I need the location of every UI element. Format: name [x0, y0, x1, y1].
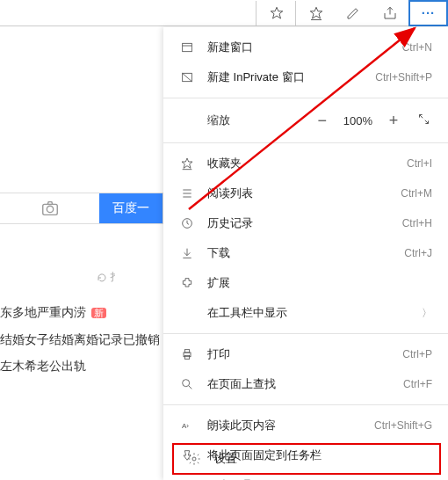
svg-rect-5: [183, 43, 192, 51]
menu-new-inprivate[interactable]: 新建 InPrivate 窗口 Ctrl+Shift+P: [163, 62, 448, 92]
shortcut: Ctrl+J: [404, 247, 432, 259]
menu-history[interactable]: 历史记录 Ctrl+H: [163, 208, 448, 238]
zoom-in-button[interactable]: +: [385, 112, 402, 130]
svg-marker-1: [310, 7, 322, 18]
shortcut: Ctrl+P: [402, 348, 432, 360]
menu-find[interactable]: 在页面上查找 Ctrl+F: [163, 369, 448, 399]
zoom-out-button[interactable]: −: [314, 112, 331, 130]
extensions-icon: [177, 276, 197, 290]
svg-point-22: [183, 380, 190, 387]
toolbar-divider: [295, 1, 296, 25]
menu-new-window[interactable]: 新建窗口 Ctrl+N: [163, 33, 448, 62]
shortcut: Ctrl+I: [407, 157, 432, 170]
svg-rect-21: [184, 355, 189, 359]
shortcut: Ctrl+F: [403, 378, 432, 390]
star-icon: [177, 156, 197, 171]
menu-divider: [163, 142, 448, 143]
menu-divider: [163, 333, 448, 334]
overflow-menu: 新建窗口 Ctrl+N 新建 InPrivate 窗口 Ctrl+Shift+P…: [163, 27, 448, 480]
list-item[interactable]: 结婚女子结婚离婚记录已撤销: [0, 326, 160, 353]
shortcut: Ctrl+N: [402, 41, 432, 54]
download-icon: [177, 246, 197, 260]
shortcut: Ctrl+Shift+G: [374, 419, 432, 432]
menu-label: 收藏夹: [207, 156, 407, 171]
list-item[interactable]: 东多地严重内涝 新: [0, 299, 160, 326]
search-bar: 百度一: [0, 193, 163, 224]
shortcut: Ctrl+M: [401, 187, 432, 200]
news-list: 东多地严重内涝 新 结婚女子结婚离婚记录已撤销 左木希老公出轨: [0, 299, 160, 379]
menu-reading-list[interactable]: 阅读列表 Ctrl+M: [163, 178, 448, 208]
menu-downloads[interactable]: 下载 Ctrl+J: [163, 238, 448, 268]
menu-label: 下载: [207, 245, 404, 261]
menu-label: 历史记录: [207, 215, 402, 231]
favorite-star-icon[interactable]: [258, 1, 295, 25]
svg-line-9: [419, 114, 423, 118]
menu-print[interactable]: 打印 Ctrl+P: [163, 339, 448, 369]
reading-list-icon: [177, 186, 197, 200]
menu-label: 朗读此页内容: [207, 418, 374, 433]
chevron-right-icon: 〉: [422, 306, 432, 321]
menu-label: 新建 InPrivate 窗口: [207, 69, 375, 85]
print-icon: [177, 347, 197, 361]
menu-extensions[interactable]: 扩展: [163, 268, 448, 298]
menu-zoom: 缩放 − 100% +: [163, 104, 448, 137]
favorites-hub-icon[interactable]: [298, 1, 335, 25]
search-button[interactable]: 百度一: [99, 193, 163, 223]
svg-rect-20: [184, 350, 189, 353]
svg-marker-11: [182, 158, 192, 168]
inprivate-icon: [177, 70, 197, 84]
pen-icon[interactable]: [335, 1, 372, 25]
svg-line-8: [183, 73, 192, 81]
svg-text:A›: A›: [182, 422, 189, 430]
svg-point-25: [192, 457, 196, 461]
menu-divider: [163, 404, 448, 405]
zoom-value: 100%: [343, 114, 372, 127]
menu-favorites[interactable]: 收藏夹 Ctrl+I: [163, 149, 448, 178]
history-icon: [177, 216, 197, 230]
ellipsis-icon: ···: [422, 5, 436, 20]
menu-show-in-toolbar[interactable]: 在工具栏中显示 〉: [163, 298, 448, 328]
svg-line-23: [189, 386, 191, 389]
shortcut: Ctrl+Shift+P: [375, 71, 432, 84]
toolbar-divider: [256, 1, 257, 25]
read-aloud-icon: A›: [177, 418, 197, 433]
menu-label: 打印: [207, 346, 402, 362]
menu-read-aloud[interactable]: A› 朗读此页内容 Ctrl+Shift+G: [163, 411, 448, 440]
window-icon: [177, 40, 197, 55]
menu-label: 在页面上查找: [207, 376, 403, 392]
page-background: [0, 27, 163, 480]
shortcut: Ctrl+H: [402, 217, 432, 229]
menu-label: 设置: [214, 451, 439, 467]
refresh-text: 扌: [110, 270, 120, 285]
svg-line-10: [424, 120, 428, 123]
camera-icon[interactable]: [0, 193, 99, 223]
menu-settings[interactable]: 设置: [172, 443, 441, 475]
refresh-indicator[interactable]: 扌: [97, 270, 120, 285]
more-menu-button[interactable]: ···: [408, 0, 448, 26]
menu-divider: [163, 98, 448, 98]
menu-label: 新建窗口: [207, 40, 402, 55]
menu-label: 扩展: [207, 275, 432, 291]
gear-icon: [184, 452, 204, 466]
new-badge: 新: [91, 308, 106, 318]
svg-marker-0: [271, 7, 283, 18]
search-icon: [177, 377, 197, 391]
menu-label: 在工具栏中显示: [207, 305, 416, 321]
browser-toolbar: ···: [0, 0, 448, 26]
menu-label: 缩放: [207, 113, 314, 128]
menu-label: 阅读列表: [207, 185, 401, 201]
share-icon[interactable]: [372, 1, 408, 25]
list-item[interactable]: 左木希老公出轨: [0, 353, 160, 379]
fullscreen-icon[interactable]: [415, 112, 432, 130]
svg-point-4: [47, 206, 53, 212]
